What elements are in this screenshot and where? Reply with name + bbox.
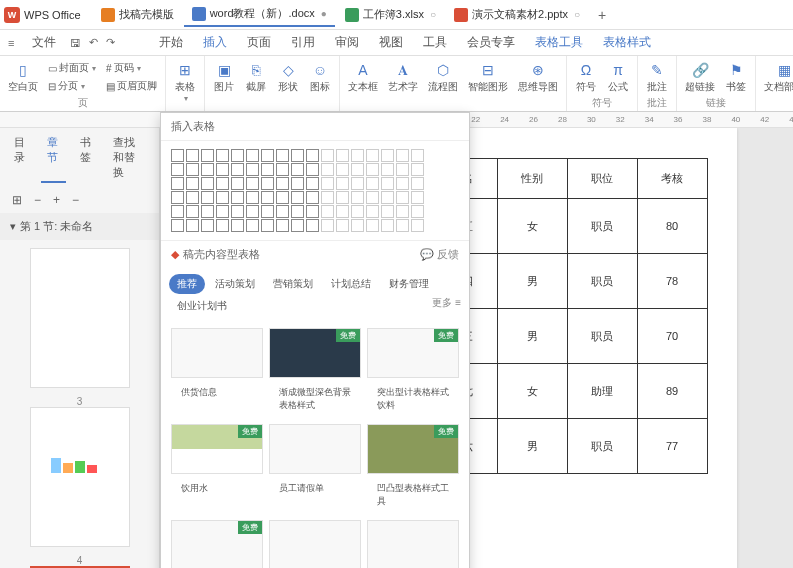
wordart-button[interactable]: 𝐀艺术字	[384, 58, 422, 96]
tab-xlsx[interactable]: 工作簿3.xlsx ○	[337, 3, 444, 26]
grid-cell[interactable]	[396, 191, 409, 204]
grid-cell[interactable]	[321, 219, 334, 232]
grid-cell[interactable]	[261, 219, 274, 232]
grid-cell[interactable]	[411, 205, 424, 218]
grid-cell[interactable]	[396, 149, 409, 162]
grid-cell[interactable]	[261, 191, 274, 204]
grid-cell[interactable]	[381, 205, 394, 218]
grid-cell[interactable]	[396, 219, 409, 232]
template-card[interactable]	[269, 520, 361, 568]
hamburger-icon[interactable]: ≡	[8, 37, 14, 49]
table-grid-picker[interactable]	[161, 141, 469, 240]
grid-cell[interactable]	[351, 177, 364, 190]
screenshot-button[interactable]: ⎘截屏	[241, 58, 271, 96]
table-cell[interactable]: 职员	[567, 309, 637, 364]
menu-view[interactable]: 视图	[369, 31, 413, 54]
grid-cell[interactable]	[276, 177, 289, 190]
template-tab[interactable]: 计划总结	[323, 274, 379, 294]
grid-cell[interactable]	[351, 205, 364, 218]
grid-cell[interactable]	[171, 163, 184, 176]
grid-cell[interactable]	[291, 205, 304, 218]
add-tab-button[interactable]: +	[590, 3, 614, 27]
grid-cell[interactable]	[306, 205, 319, 218]
table-cell[interactable]: 女	[497, 364, 567, 419]
table-cell[interactable]: 80	[637, 199, 707, 254]
grid-cell[interactable]	[261, 177, 274, 190]
grid-cell[interactable]	[231, 163, 244, 176]
grid-cell[interactable]	[201, 149, 214, 162]
grid-cell[interactable]	[186, 149, 199, 162]
grid-cell[interactable]	[291, 191, 304, 204]
template-tab[interactable]: 营销策划	[265, 274, 321, 294]
add-icon[interactable]: +	[49, 191, 64, 209]
menu-review[interactable]: 审阅	[325, 31, 369, 54]
grid-cell[interactable]	[306, 191, 319, 204]
template-card[interactable]: 免费	[367, 328, 459, 378]
grid-cell[interactable]	[381, 149, 394, 162]
sidebar-tab-toc[interactable]: 目录	[8, 132, 33, 183]
table-cell[interactable]: 职员	[567, 419, 637, 474]
menu-table-style[interactable]: 表格样式	[593, 31, 661, 54]
grid-cell[interactable]	[366, 191, 379, 204]
page-thumb[interactable]	[30, 248, 130, 388]
grid-cell[interactable]	[366, 177, 379, 190]
table-header[interactable]: 职位	[567, 159, 637, 199]
table-cell[interactable]: 职员	[567, 199, 637, 254]
menu-tools[interactable]: 工具	[413, 31, 457, 54]
grid-cell[interactable]	[291, 219, 304, 232]
menu-member[interactable]: 会员专享	[457, 31, 525, 54]
template-card[interactable]: 免费	[269, 328, 361, 378]
grid-cell[interactable]	[171, 205, 184, 218]
grid-cell[interactable]	[411, 149, 424, 162]
cover-button[interactable]: ▭封面页▾	[44, 59, 100, 77]
table-cell[interactable]: 女	[497, 199, 567, 254]
bookmark-button[interactable]: ⚑书签	[721, 58, 751, 96]
grid-cell[interactable]	[291, 149, 304, 162]
textbox-button[interactable]: A文本框	[344, 58, 382, 96]
grid-cell[interactable]	[411, 177, 424, 190]
headerfooter-button[interactable]: ▤页眉页脚	[102, 77, 161, 95]
grid-cell[interactable]	[186, 191, 199, 204]
table-cell[interactable]: 70	[637, 309, 707, 364]
table-cell[interactable]: 男	[497, 309, 567, 364]
table-cell[interactable]: 职员	[567, 254, 637, 309]
shape-button[interactable]: ◇形状	[273, 58, 303, 96]
menu-reference[interactable]: 引用	[281, 31, 325, 54]
grid-cell[interactable]	[291, 177, 304, 190]
template-card[interactable]	[367, 520, 459, 568]
close-icon[interactable]: ○	[574, 9, 580, 20]
grid-cell[interactable]	[261, 205, 274, 218]
sidebar-tab-bookmark[interactable]: 书签	[74, 132, 99, 183]
redo-icon[interactable]: ↷	[106, 36, 115, 49]
template-card[interactable]: 免费	[171, 520, 263, 568]
grid-cell[interactable]	[351, 149, 364, 162]
grid-cell[interactable]	[276, 163, 289, 176]
table-cell[interactable]: 89	[637, 364, 707, 419]
grid-cell[interactable]	[231, 205, 244, 218]
grid-cell[interactable]	[336, 177, 349, 190]
grid-cell[interactable]	[246, 163, 259, 176]
template-tab[interactable]: 财务管理	[381, 274, 437, 294]
grid-cell[interactable]	[276, 205, 289, 218]
collapse-icon[interactable]: −	[30, 191, 45, 209]
grid-cell[interactable]	[201, 177, 214, 190]
grid-cell[interactable]	[201, 191, 214, 204]
feedback-link[interactable]: 💬 反馈	[420, 247, 459, 262]
grid-cell[interactable]	[411, 163, 424, 176]
grid-cell[interactable]	[201, 205, 214, 218]
grid-cell[interactable]	[321, 191, 334, 204]
pagenum-button[interactable]: #页码▾	[102, 59, 161, 77]
grid-cell[interactable]	[321, 149, 334, 162]
tab-template[interactable]: 找稿壳模版	[93, 3, 182, 26]
table-header[interactable]: 考核	[637, 159, 707, 199]
grid-cell[interactable]	[261, 149, 274, 162]
table-button[interactable]: ⊞表格▾	[170, 58, 200, 105]
tab-pptx[interactable]: 演示文稿素材2.pptx ○	[446, 3, 588, 26]
grid-cell[interactable]	[366, 205, 379, 218]
grid-cell[interactable]	[306, 163, 319, 176]
grid-cell[interactable]	[396, 163, 409, 176]
grid-cell[interactable]	[381, 219, 394, 232]
grid-cell[interactable]	[186, 163, 199, 176]
grid-cell[interactable]	[171, 191, 184, 204]
mindmap-button[interactable]: ⊛思维导图	[514, 58, 562, 96]
